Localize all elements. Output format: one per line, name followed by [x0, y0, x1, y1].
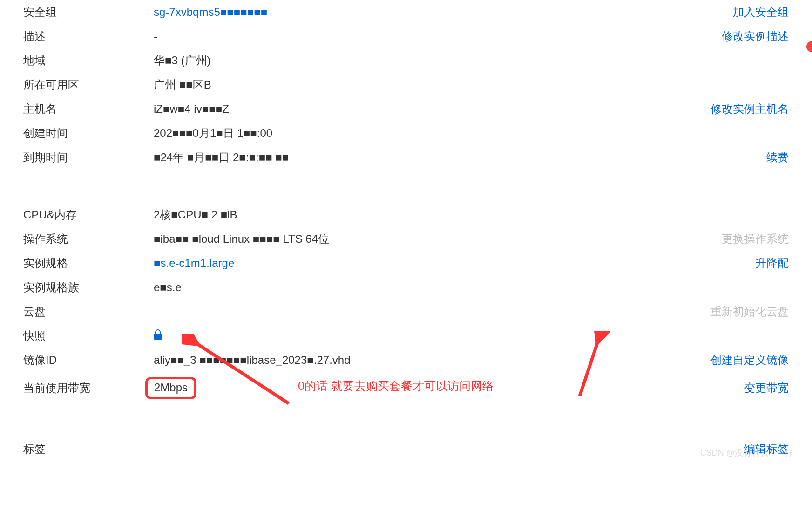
row-cpu-mem: CPU&内存 2核■CPU■ 2 ■iB [23, 203, 789, 227]
red-dot-indicator [806, 41, 812, 52]
watermark: CSDN @没有什么不一样 [700, 447, 793, 458]
label-zone: 所在可用区 [23, 77, 154, 92]
value-hostname: iZ■w■4 iv■■■Z [154, 102, 696, 116]
action-join-security-group[interactable]: 加入安全组 [733, 6, 789, 18]
label-snapshot: 快照 [23, 328, 154, 343]
value-cpu-mem: 2核■CPU■ 2 ■iB [154, 207, 696, 222]
label-description: 描述 [23, 29, 154, 44]
action-edit-description[interactable]: 修改实例描述 [722, 30, 789, 42]
row-region: 地域 华■3 (广州) [23, 48, 789, 73]
value-instance-type[interactable]: ■s.e-c1m1.large [154, 257, 234, 269]
label-security-group: 安全组 [23, 5, 154, 20]
row-expire-time: 到期时间 ■24年 ■月■■日 2■:■:■■ ■■ 续费 [23, 145, 789, 170]
label-hostname: 主机名 [23, 102, 154, 116]
label-bandwidth: 当前使用带宽 [23, 381, 154, 396]
row-os: 操作系统 ■iba■■ ■loud Linux ■■■■ LTS 64位 更换操… [23, 227, 789, 251]
label-instance-type: 实例规格 [23, 256, 154, 271]
value-snapshot [154, 329, 696, 342]
action-change-bandwidth[interactable]: 变更带宽 [744, 382, 789, 394]
label-expire-time: 到期时间 [23, 150, 154, 165]
label-tags: 标签 [23, 442, 154, 457]
row-description: 描述 - 修改实例描述 [23, 24, 789, 48]
label-cpu-mem: CPU&内存 [23, 207, 154, 222]
action-reinit-disk: 重新初始化云盘 [710, 305, 789, 318]
label-disk: 云盘 [23, 304, 154, 319]
label-os: 操作系统 [23, 232, 154, 246]
action-resize[interactable]: 升降配 [755, 257, 789, 269]
row-security-group: 安全组 sg-7xvbqms5■■■■■■■ 加入安全组 [23, 0, 789, 24]
row-disk: 云盘 重新初始化云盘 [23, 300, 789, 324]
value-disk [154, 305, 696, 318]
row-tags: 标签 编辑标签 [23, 437, 789, 461]
value-region: 华■3 (广州) [154, 53, 696, 68]
value-instance-family: e■s.e [154, 281, 696, 294]
value-expire-time: ■24年 ■月■■日 2■:■:■■ ■■ [154, 150, 696, 165]
label-instance-family: 实例规格族 [23, 280, 154, 295]
value-zone: 广州 ■■区B [154, 77, 696, 92]
section-divider-2 [23, 418, 789, 418]
label-region: 地域 [23, 53, 154, 68]
value-image-id: aliy■■_3 ■■■■■■■libase_2023■.27.vhd [154, 354, 696, 367]
value-os: ■iba■■ ■loud Linux ■■■■ LTS 64位 [154, 232, 696, 246]
action-create-image[interactable]: 创建自定义镜像 [710, 354, 789, 366]
row-created-time: 创建时间 202■■■0月1■日 1■■:00 [23, 121, 789, 145]
row-instance-type: 实例规格 ■s.e-c1m1.large 升降配 [23, 251, 789, 275]
row-zone: 所在可用区 广州 ■■区B [23, 73, 789, 97]
value-description: - [154, 30, 696, 43]
section-divider [23, 184, 789, 184]
action-renew[interactable]: 续费 [766, 151, 789, 164]
action-edit-hostname[interactable]: 修改实例主机名 [710, 102, 789, 115]
row-snapshot: 快照 [23, 324, 789, 348]
action-change-os: 更换操作系统 [722, 232, 789, 245]
row-hostname: 主机名 iZ■w■4 iv■■■Z 修改实例主机名 [23, 97, 789, 121]
value-security-group[interactable]: sg-7xvbqms5■■■■■■■ [154, 6, 267, 18]
value-created-time: 202■■■0月1■日 1■■:00 [154, 126, 696, 141]
row-instance-family: 实例规格族 e■s.e [23, 275, 789, 300]
label-image-id: 镜像ID [23, 353, 154, 368]
annotation-text: 0的话 就要去购买套餐才可以访问网络 [298, 378, 494, 394]
bandwidth-highlight: 2Mbps [145, 377, 196, 399]
label-created-time: 创建时间 [23, 126, 154, 141]
value-bandwidth: 2Mbps [154, 381, 188, 394]
lock-icon [154, 329, 162, 340]
row-image-id: 镜像ID aliy■■_3 ■■■■■■■libase_2023■.27.vhd… [23, 348, 789, 372]
